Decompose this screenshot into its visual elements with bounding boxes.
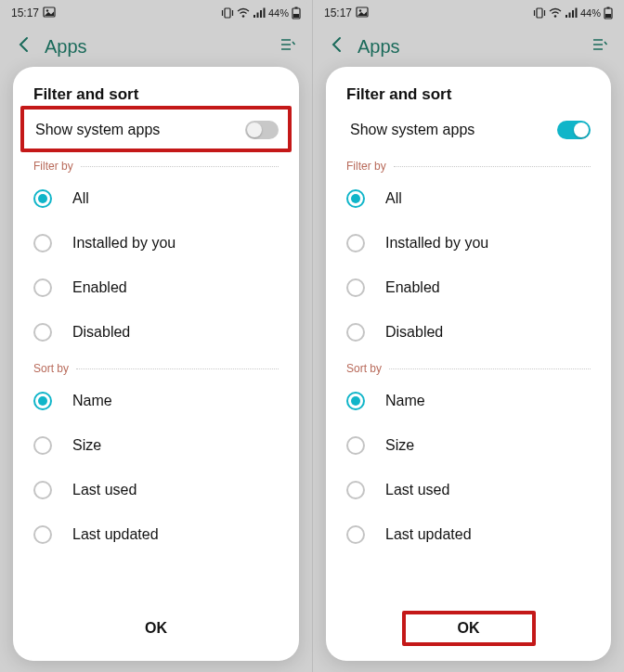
svg-point-17 xyxy=(359,9,361,11)
status-right: 44% xyxy=(221,6,301,19)
sort-option[interactable]: Name xyxy=(13,379,299,423)
svg-rect-8 xyxy=(260,10,262,18)
radio-icon[interactable] xyxy=(346,323,365,342)
filter-option[interactable]: Disabled xyxy=(326,310,611,355)
filter-option[interactable]: Installed by you xyxy=(13,221,299,265)
radio-icon[interactable] xyxy=(33,189,52,208)
sort-option[interactable]: Last used xyxy=(326,468,611,512)
svg-rect-25 xyxy=(575,8,577,19)
wifi-icon xyxy=(237,7,250,19)
filter-sort-dialog: Filter and sortShow system appsFilter by… xyxy=(13,67,299,661)
svg-point-21 xyxy=(554,15,557,18)
svg-rect-22 xyxy=(566,15,567,18)
status-time: 15:17 xyxy=(11,6,39,19)
battery-text: 44% xyxy=(268,7,289,19)
filter-option[interactable]: Disabled xyxy=(13,310,299,355)
back-icon[interactable] xyxy=(15,35,33,58)
apps-header: Apps xyxy=(313,26,624,67)
radio-icon[interactable] xyxy=(33,525,52,544)
image-icon xyxy=(356,6,369,20)
signal-icon xyxy=(565,7,578,19)
radio-icon[interactable] xyxy=(346,234,365,252)
radio-icon[interactable] xyxy=(33,481,52,499)
filter-option[interactable]: All xyxy=(13,176,299,221)
radio-icon[interactable] xyxy=(346,392,365,410)
show-system-apps-label: Show system apps xyxy=(350,122,474,138)
phone-right: 15:1744%AppsFilter and sortShow system a… xyxy=(312,0,624,672)
svg-point-5 xyxy=(242,15,245,18)
svg-rect-23 xyxy=(568,13,570,19)
ok-button[interactable]: OK xyxy=(402,611,536,646)
show-system-apps-switch[interactable] xyxy=(245,121,279,139)
option-label: Last updated xyxy=(385,526,472,543)
apps-header: Apps xyxy=(0,26,312,67)
status-right: 44% xyxy=(533,6,613,19)
menu-icon[interactable] xyxy=(591,35,609,58)
status-bar: 15:1744% xyxy=(313,0,624,26)
svg-rect-9 xyxy=(263,8,265,19)
svg-rect-27 xyxy=(607,7,610,9)
battery-icon xyxy=(292,6,301,19)
radio-icon[interactable] xyxy=(33,278,52,297)
filter-sort-dialog: Filter and sortShow system appsFilter by… xyxy=(326,67,611,661)
menu-icon[interactable] xyxy=(279,35,297,58)
option-label: All xyxy=(385,190,402,207)
sort-option[interactable]: Last updated xyxy=(13,512,299,557)
filter-option[interactable]: Enabled xyxy=(13,265,299,310)
svg-rect-18 xyxy=(537,8,542,18)
option-label: Enabled xyxy=(385,279,440,296)
option-label: Last used xyxy=(72,482,136,498)
option-label: Last used xyxy=(385,482,449,498)
filter-option[interactable]: All xyxy=(326,176,611,221)
phone-left: 15:1744%AppsFilter and sortShow system a… xyxy=(0,0,312,672)
sort-by-section-label: Sort by xyxy=(346,362,382,375)
svg-rect-12 xyxy=(293,14,299,18)
option-label: All xyxy=(72,190,89,207)
option-label: Name xyxy=(72,393,112,409)
option-label: Last updated xyxy=(72,526,159,543)
svg-rect-11 xyxy=(295,7,298,9)
sort-option[interactable]: Name xyxy=(326,379,611,423)
filter-option[interactable]: Enabled xyxy=(326,265,611,310)
radio-icon[interactable] xyxy=(33,436,52,455)
sort-option[interactable]: Size xyxy=(326,423,611,468)
filter-by-section-label: Filter by xyxy=(33,160,73,173)
vibrate-icon xyxy=(533,7,546,19)
status-left: 15:17 xyxy=(11,6,56,20)
option-label: Disabled xyxy=(385,324,443,341)
radio-icon[interactable] xyxy=(33,392,52,410)
ok-row: OK xyxy=(326,600,611,661)
signal-icon xyxy=(253,7,266,19)
option-label: Size xyxy=(385,437,414,454)
sort-by-section: Sort by xyxy=(326,355,611,379)
svg-point-1 xyxy=(46,9,48,11)
option-label: Enabled xyxy=(72,279,127,296)
show-system-apps-row[interactable]: Show system apps xyxy=(330,106,607,152)
image-icon xyxy=(43,6,56,20)
sort-option[interactable]: Size xyxy=(13,423,299,468)
status-left: 15:17 xyxy=(324,6,369,20)
radio-icon[interactable] xyxy=(346,525,365,544)
radio-icon[interactable] xyxy=(346,436,365,455)
svg-rect-28 xyxy=(605,14,611,18)
filter-option[interactable]: Installed by you xyxy=(326,221,611,265)
option-label: Name xyxy=(385,393,425,409)
show-system-apps-switch[interactable] xyxy=(557,121,591,139)
option-label: Installed by you xyxy=(385,235,488,252)
filter-by-section: Filter by xyxy=(326,152,611,176)
radio-icon[interactable] xyxy=(346,481,365,499)
battery-icon xyxy=(604,6,613,19)
sort-option[interactable]: Last used xyxy=(13,468,299,512)
header-title: Apps xyxy=(45,36,87,58)
radio-icon[interactable] xyxy=(346,278,365,297)
show-system-apps-label: Show system apps xyxy=(35,122,160,138)
sort-option[interactable]: Last updated xyxy=(326,512,611,557)
filter-by-section: Filter by xyxy=(13,152,299,176)
ok-button[interactable]: OK xyxy=(89,611,223,646)
show-system-apps-row[interactable]: Show system apps xyxy=(20,106,292,152)
radio-icon[interactable] xyxy=(346,189,365,208)
radio-icon[interactable] xyxy=(33,234,52,252)
svg-rect-7 xyxy=(256,13,258,19)
radio-icon[interactable] xyxy=(33,323,52,342)
back-icon[interactable] xyxy=(328,35,346,58)
